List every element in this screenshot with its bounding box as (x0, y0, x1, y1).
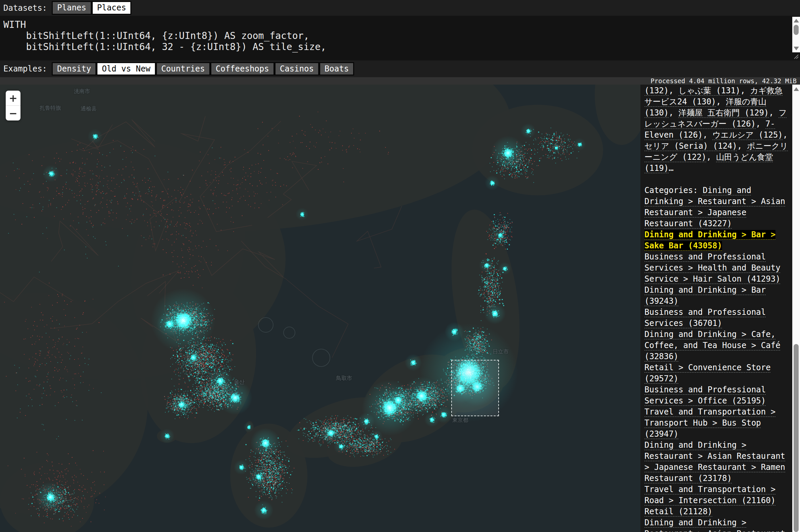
dataset-button-planes[interactable]: Planes (52, 1, 92, 15)
categories-paragraph: Categories: Dining and Drinking > Restau… (644, 185, 788, 532)
dataset-button-places[interactable]: Places (92, 1, 132, 15)
map-place-label: 通榆县 (80, 106, 97, 112)
textarea-resize-grip-icon[interactable] (793, 53, 799, 60)
map-place-label: 洮南市 (74, 88, 90, 95)
map-canvas[interactable] (0, 84, 640, 532)
status-bar: Processed 4.04 million rows, 42.32 MiB (0, 77, 800, 84)
examples-button-group: DensityOld vs NewCountriesCoffeeshopsCas… (52, 62, 354, 76)
scroll-down-arrow-icon[interactable] (794, 47, 799, 50)
map[interactable]: 洮南市扎鲁特旗通榆县울산부산鳥取市日立市東京都 + − (0, 84, 640, 532)
sidebar-scrollbar[interactable] (792, 84, 800, 532)
brand-link[interactable]: 洋麺屋 五右衛門 (129) (678, 108, 769, 117)
categories-label: Categories: (644, 186, 703, 195)
app: { "datasets_bar": { "label": "Datasets:"… (0, 0, 800, 532)
example-button-density[interactable]: Density (52, 62, 96, 76)
category-link[interactable]: Business and Professional Services (3670… (644, 307, 766, 328)
zoom-out-button[interactable]: − (6, 106, 20, 120)
category-link[interactable]: Dining and Drinking > Cafe, Coffee, and … (644, 329, 781, 361)
example-button-old-vs-new[interactable]: Old vs New (96, 62, 156, 76)
example-button-casinos[interactable]: Casinos (274, 62, 319, 76)
status-text: Processed 4.04 million rows, 42.32 MiB (651, 77, 797, 84)
example-button-boats[interactable]: Boats (319, 62, 354, 76)
zoom-in-button[interactable]: + (6, 91, 20, 106)
map-place-label: 울산 (234, 379, 244, 386)
brand-link[interactable]: セリア (Seria) (124) (644, 141, 737, 151)
category-link[interactable]: Retail > Convenience Store (29572) (644, 363, 771, 383)
brand-link[interactable]: しゃぶ葉 (131) (678, 86, 740, 95)
datasets-button-group: PlanesPlaces (52, 1, 131, 15)
category-link[interactable]: Business and Professional Services > Off… (644, 385, 766, 405)
sidebar-scrollbar-thumb[interactable] (794, 344, 799, 532)
scroll-up-arrow-icon[interactable] (794, 87, 799, 91)
datasets-label: Datasets: (3, 3, 47, 13)
map-zoom-control: + − (6, 91, 20, 120)
example-button-coffeeshops[interactable]: Coffeeshops (210, 62, 274, 76)
category-link[interactable]: Dining and Drinking > Restaurant > Asian… (644, 518, 785, 532)
map-place-label: 부산 (229, 390, 239, 396)
sql-scrollbar[interactable] (792, 17, 800, 52)
category-link[interactable]: Retail (21128) (644, 507, 712, 516)
brand-link[interactable]: (132) (644, 86, 669, 95)
map-place-label: 東京都 (452, 417, 468, 424)
category-link-highlighted[interactable]: Dining and Drinking > Bar > Sake Bar (43… (644, 230, 776, 250)
category-link[interactable]: Business and Professional Services > Hea… (644, 252, 781, 284)
results-sidebar[interactable]: (132), しゃぶ葉 (131), カギ救急サービス24 (130), 洋服の… (640, 84, 792, 532)
brands-paragraph: (132), しゃぶ葉 (131), カギ救急サービス24 (130), 洋服の… (644, 85, 788, 174)
sql-scrollbar-thumb[interactable] (794, 25, 799, 35)
main-row: 洮南市扎鲁特旗通榆县울산부산鳥取市日立市東京都 + − (132), しゃぶ葉 … (0, 84, 800, 532)
map-place-label: 日立市 (493, 348, 509, 356)
sql-editor[interactable]: WITH bitShiftLeft(1::UInt64, {z:UInt8}) … (0, 16, 800, 60)
selection-box[interactable] (451, 360, 499, 416)
examples-bar: Examples: DensityOld vs NewCountriesCoff… (0, 60, 800, 77)
examples-label: Examples: (3, 64, 47, 74)
map-place-label: 扎鲁特旗 (40, 105, 61, 112)
map-place-label: 鳥取市 (336, 375, 352, 382)
datasets-bar: Datasets: PlanesPlaces (0, 0, 800, 16)
brand-link[interactable]: ウエルシア (125) (712, 130, 783, 140)
category-link[interactable]: Travel and Transportation > Transport Hu… (644, 407, 776, 439)
scroll-up-arrow-icon[interactable] (794, 19, 799, 22)
example-button-countries[interactable]: Countries (156, 62, 210, 76)
sql-code[interactable]: WITH bitShiftLeft(1::UInt64, {z:UInt8}) … (0, 16, 800, 52)
brands-ellipsis: … (669, 164, 673, 173)
category-link[interactable]: Travel and Transportation > Road > Inter… (644, 485, 776, 505)
category-link[interactable]: Dining and Drinking > Bar (39243) (644, 285, 766, 306)
category-link[interactable]: Dining and Drinking > Restaurant > Asian… (644, 440, 785, 483)
